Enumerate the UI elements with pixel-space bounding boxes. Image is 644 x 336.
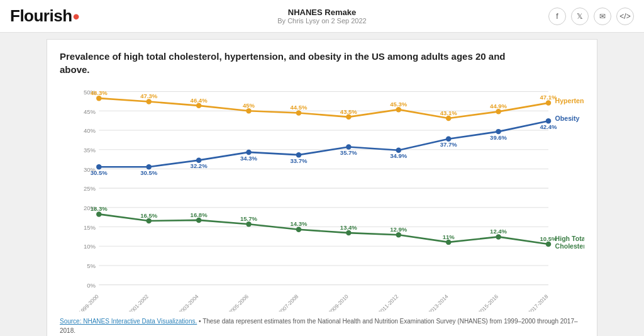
hypertension-dot-1 xyxy=(146,99,151,104)
svg-text:42.4%: 42.4% xyxy=(540,123,558,130)
chart-subtitle-header: By Chris Lysy on 2 Sep 2022 xyxy=(277,17,366,25)
svg-text:16.5%: 16.5% xyxy=(140,212,158,219)
svg-text:43.1%: 43.1% xyxy=(440,109,458,116)
logo-dot: • xyxy=(73,6,80,26)
svg-text:47.3%: 47.3% xyxy=(140,92,158,99)
twitter-icon[interactable]: 𝕏 xyxy=(571,8,589,25)
svg-text:35%: 35% xyxy=(84,147,96,154)
svg-text:2013-2014: 2013-2014 xyxy=(427,293,450,311)
svg-text:1999-2000: 1999-2000 xyxy=(77,293,100,311)
svg-text:12.4%: 12.4% xyxy=(490,228,508,235)
svg-text:30.5%: 30.5% xyxy=(140,169,158,176)
header-icons: f 𝕏 ✉ </> xyxy=(548,8,634,25)
svg-text:35.7%: 35.7% xyxy=(340,149,358,156)
logo-text: Flourish xyxy=(10,6,72,26)
svg-text:37.7%: 37.7% xyxy=(440,141,458,148)
hypertension-line xyxy=(99,98,548,118)
svg-text:10%: 10% xyxy=(84,243,96,250)
svg-text:39.6%: 39.6% xyxy=(490,134,508,141)
svg-text:18.3%: 18.3% xyxy=(91,205,108,212)
svg-text:12.9%: 12.9% xyxy=(390,226,408,233)
cholesterol-dot-9 xyxy=(546,242,551,247)
svg-text:11%: 11% xyxy=(443,233,455,240)
svg-text:40%: 40% xyxy=(84,127,96,134)
svg-text:2005-2006: 2005-2006 xyxy=(227,293,250,311)
hypertension-dot-6 xyxy=(396,107,401,112)
svg-text:2001-2002: 2001-2002 xyxy=(127,293,150,311)
hypertension-dot-5 xyxy=(346,115,351,120)
svg-text:44.9%: 44.9% xyxy=(490,103,508,109)
svg-text:2017-2018: 2017-2018 xyxy=(527,293,550,311)
source-link[interactable]: Source: NHANES Interactive Data Visualiz… xyxy=(60,318,197,325)
svg-text:32.2%: 32.2% xyxy=(191,162,208,169)
svg-text:2011-2012: 2011-2012 xyxy=(377,293,399,311)
svg-text:14.3%: 14.3% xyxy=(290,220,308,227)
svg-text:2003-2004: 2003-2004 xyxy=(177,293,200,311)
svg-text:48.3%: 48.3% xyxy=(91,89,108,96)
svg-text:43.5%: 43.5% xyxy=(340,108,358,115)
svg-text:46.4%: 46.4% xyxy=(191,97,208,104)
cholesterol-line xyxy=(99,214,548,244)
email-icon[interactable]: ✉ xyxy=(594,8,611,25)
svg-text:2009-2010: 2009-2010 xyxy=(327,293,350,311)
embed-icon[interactable]: </> xyxy=(616,8,634,25)
svg-text:45.3%: 45.3% xyxy=(390,101,408,108)
hypertension-dot-9 xyxy=(546,100,551,105)
svg-text:2015-2016: 2015-2016 xyxy=(477,293,499,311)
chart-footer: Source: NHANES Interactive Data Visualiz… xyxy=(60,316,584,335)
hypertension-dot-0 xyxy=(96,96,101,101)
cholesterol-dot-1 xyxy=(146,218,151,223)
cholesterol-dot-0 xyxy=(96,211,101,216)
cholesterol-dot-5 xyxy=(346,230,351,235)
hypertension-dot-8 xyxy=(496,109,501,114)
line-chart: 0% 5% 10% 15% 20% 25% 30% 35% 40% 45% 50… xyxy=(60,85,584,311)
svg-text:34.9%: 34.9% xyxy=(390,152,408,159)
facebook-icon[interactable]: f xyxy=(548,8,566,25)
chart-heading: Prevalence of high total cholesterol, hy… xyxy=(60,50,513,76)
cholesterol-dot-2 xyxy=(196,218,201,223)
cholesterol-dot-7 xyxy=(446,240,451,245)
hypertension-dot-7 xyxy=(446,116,451,121)
svg-text:45%: 45% xyxy=(243,102,255,109)
svg-text:0%: 0% xyxy=(87,282,96,289)
cholesterol-label2: Cholesterol xyxy=(555,242,584,250)
svg-text:13.4%: 13.4% xyxy=(340,224,358,231)
svg-text:15.7%: 15.7% xyxy=(240,215,258,222)
svg-text:34.3%: 34.3% xyxy=(240,155,258,162)
svg-text:33.7%: 33.7% xyxy=(290,157,308,164)
svg-text:5%: 5% xyxy=(87,262,96,269)
hypertension-dot-2 xyxy=(196,103,201,108)
cholesterol-dot-4 xyxy=(296,227,301,232)
hypertension-label: Hypertension xyxy=(555,97,584,104)
svg-text:30.5%: 30.5% xyxy=(91,169,108,176)
hypertension-dot-3 xyxy=(246,108,251,113)
cholesterol-dot-8 xyxy=(496,234,501,239)
cholesterol-dot-3 xyxy=(246,221,251,227)
app-header: Flourish• NHANES Remake By Chris Lysy on… xyxy=(0,0,644,33)
header-center: NHANES Remake By Chris Lysy on 2 Sep 202… xyxy=(277,8,366,25)
chart-area: 0% 5% 10% 15% 20% 25% 30% 35% 40% 45% 50… xyxy=(60,85,584,311)
chart-card: Prevalence of high total cholesterol, hy… xyxy=(47,39,597,336)
cholesterol-label: High Total xyxy=(555,235,584,242)
hypertension-dot-4 xyxy=(296,110,301,115)
logo: Flourish• xyxy=(10,6,80,26)
cholesterol-dot-6 xyxy=(396,232,401,237)
svg-text:45%: 45% xyxy=(84,108,96,115)
obesity-line xyxy=(99,121,548,167)
svg-text:15%: 15% xyxy=(84,224,96,231)
svg-text:44.5%: 44.5% xyxy=(290,104,308,111)
svg-text:16.8%: 16.8% xyxy=(191,211,208,218)
main-content: Prevalence of high total cholesterol, hy… xyxy=(39,33,605,336)
obesity-label: Obesity xyxy=(555,115,580,122)
svg-text:25%: 25% xyxy=(84,185,96,192)
svg-text:2007-2008: 2007-2008 xyxy=(277,293,300,311)
chart-title-header: NHANES Remake xyxy=(277,8,366,17)
